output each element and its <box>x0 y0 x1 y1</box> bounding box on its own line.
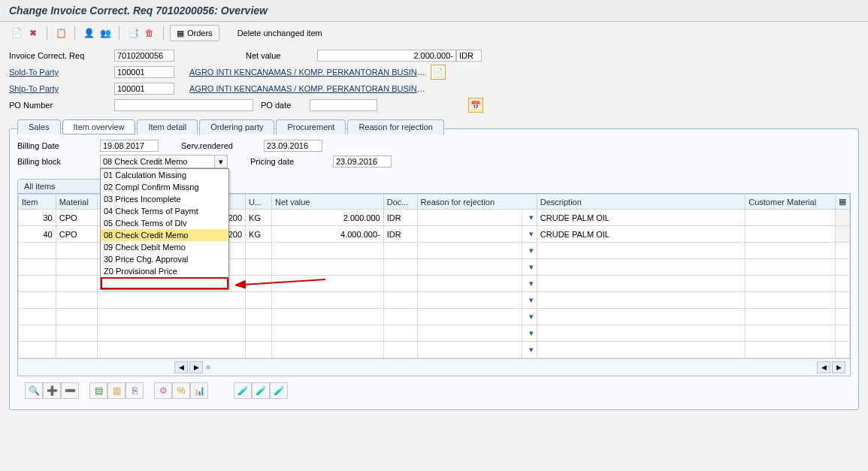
po-number-field[interactable] <box>114 99 253 111</box>
header-form: Invoice Correct. Req Net value IDR Sold-… <box>0 44 868 115</box>
tab-sales[interactable]: Sales <box>17 119 61 134</box>
ship-to-label: Ship-To Party <box>9 84 114 93</box>
delete-icon[interactable]: 🗑 <box>142 26 157 41</box>
tab-item-overview[interactable]: Item overview <box>62 119 136 134</box>
tabstrip: Sales Item overview Item detail Ordering… <box>17 119 866 134</box>
col-reason[interactable]: Reason for rejection <box>417 195 537 210</box>
document-icon[interactable]: 📋 <box>53 26 68 41</box>
po-date-field[interactable] <box>310 99 377 111</box>
orders-label: Orders <box>187 29 213 38</box>
col-description[interactable]: Description <box>537 195 745 210</box>
reason-dropdown-icon[interactable]: ▾ <box>522 292 537 309</box>
insert-row-icon[interactable]: ➕ <box>43 382 61 399</box>
chevron-down-icon: ▾ <box>214 155 227 168</box>
sold-to-label: Sold-To Party <box>9 68 114 77</box>
col-cust-material[interactable]: Customer Material <box>746 195 836 210</box>
serv-rendered-field[interactable] <box>264 140 322 152</box>
billing-block-option[interactable]: 01 Calculation Missing <box>101 169 228 181</box>
billing-block-dropdown-list: 01 Calculation Missing02 Compl Confirm M… <box>100 168 229 290</box>
billing-block-option[interactable]: 03 Prices Incomplete <box>101 193 228 205</box>
billing-block-dropdown[interactable]: 08 Check Credit Memo ▾ <box>100 155 228 168</box>
table-row[interactable]: ▾ <box>19 292 850 309</box>
reason-dropdown-icon[interactable]: ▾ <box>522 243 537 259</box>
variant2-icon[interactable]: 🧪 <box>252 382 270 399</box>
sold-to-field[interactable] <box>114 66 174 78</box>
billing-block-option[interactable]: Z0 Provisional Price <box>101 265 228 277</box>
serv-rendered-label: Serv.rendered <box>181 141 264 150</box>
grid-horizontal-scroll: ◀ ▶ ◀ ▶ <box>18 358 850 376</box>
ship-to-field[interactable] <box>114 83 174 95</box>
doc-type-label: Invoice Correct. Req <box>9 51 114 60</box>
tab-body-item-overview: Billing Date Serv.rendered Billing block… <box>10 140 858 403</box>
delete-unchanged-button[interactable]: Delete unchanged item <box>233 27 327 39</box>
col-doc-curr[interactable]: Doc... <box>383 195 417 210</box>
net-value-label: Net value <box>246 51 295 60</box>
billing-date-field[interactable] <box>100 140 159 152</box>
reason-dropdown-icon[interactable]: ▾ <box>522 342 537 358</box>
sold-to-description[interactable]: AGRO INTI KENCANAMAS / KOMP. PERKANTORAN… <box>189 68 426 77</box>
po-number-label: PO Number <box>9 101 114 110</box>
check-icon[interactable]: ✖ <box>26 26 41 41</box>
scroll-left2-icon[interactable]: ◀ <box>817 361 830 373</box>
billing-block-option[interactable]: 05 Check Terms of Dlv <box>101 217 228 229</box>
display-document-icon[interactable]: 📄 <box>9 26 24 41</box>
reason-dropdown-icon[interactable]: ▾ <box>522 325 537 342</box>
document-detail-icon[interactable]: 📄 <box>431 65 446 80</box>
orders-button[interactable]: ▦ Orders <box>170 25 219 41</box>
scroll-left-icon[interactable]: ◀ <box>174 361 188 373</box>
deselect-all-icon[interactable]: ▥ <box>107 382 126 399</box>
delete-row-icon[interactable]: ➖ <box>61 382 79 399</box>
table-row[interactable]: ▾ <box>19 342 850 358</box>
variant3-icon[interactable]: 🧪 <box>270 382 288 399</box>
grid-toolbar: 🔍 ➕ ➖ ▤ ▥ ⎘ ⚙ % 📊 🧪 🧪 🧪 <box>17 376 851 403</box>
billing-block-label: Billing block <box>17 157 100 166</box>
col-material[interactable]: Material <box>56 195 97 210</box>
po-detail-icon[interactable]: 📅 <box>468 98 483 113</box>
billing-block-option[interactable]: 09 Check Debit Memo <box>101 241 228 253</box>
billing-block-option[interactable]: 08 Check Credit Memo <box>101 229 228 241</box>
conditions-icon[interactable]: % <box>172 382 190 399</box>
pricing-date-label: Pricing date <box>250 157 333 166</box>
billing-block-option[interactable]: 30 Price Chg. Approval <box>101 253 228 265</box>
reason-dropdown-icon[interactable]: ▾ <box>522 226 537 243</box>
tabstrip-container: Sales Item overview Item detail Ordering… <box>9 128 859 410</box>
detail-icon[interactable]: 🔍 <box>25 382 43 399</box>
doc-number-field[interactable] <box>114 50 174 62</box>
reason-dropdown-icon[interactable]: ▾ <box>522 210 537 226</box>
billing-block-option-blank[interactable] <box>101 277 228 289</box>
tab-ordering-party[interactable]: Ordering party <box>199 119 274 134</box>
tab-item-detail[interactable]: Item detail <box>137 119 198 134</box>
table-row[interactable]: ▾ <box>19 309 850 325</box>
reason-dropdown-icon[interactable]: ▾ <box>522 309 537 325</box>
reason-dropdown-icon[interactable]: ▾ <box>522 259 537 276</box>
select-all-icon[interactable]: ▤ <box>89 382 107 399</box>
ship-to-description[interactable]: AGRO INTI KENCANAMAS / KOMP. PERKANTORAN… <box>189 84 426 93</box>
billing-date-label: Billing Date <box>17 141 100 150</box>
col-config-icon[interactable]: ▦ <box>835 195 849 210</box>
variant1-icon[interactable]: 🧪 <box>234 382 252 399</box>
copy-icon[interactable]: 📑 <box>126 26 141 41</box>
tab-reason-for-rejection[interactable]: Reason for rejection <box>347 119 443 134</box>
billing-block-option[interactable]: 04 Check Terms of Paymt <box>101 205 228 217</box>
reason-dropdown-icon[interactable]: ▾ <box>522 276 537 292</box>
partner-icon[interactable]: 👥 <box>98 26 113 41</box>
tab-procurement[interactable]: Procurement <box>276 119 346 134</box>
col-item[interactable]: Item <box>19 195 56 210</box>
billing-block-option[interactable]: 02 Compl Confirm Missng <box>101 181 228 193</box>
col-net-value[interactable]: Net value <box>271 195 383 210</box>
col-uom[interactable]: U... <box>246 195 272 210</box>
application-toolbar: 📄 ✖ 📋 👤 👥 📑 🗑 ▦ Orders Delete unchanged … <box>0 22 868 44</box>
net-value-field <box>317 50 456 62</box>
scroll-right-icon[interactable]: ▶ <box>189 361 203 373</box>
copy-rows-icon[interactable]: ⎘ <box>126 382 144 399</box>
header-person-icon[interactable]: 👤 <box>81 26 96 41</box>
net-value-currency: IDR <box>456 50 482 62</box>
table-row[interactable]: ▾ <box>19 325 850 342</box>
scroll-right2-icon[interactable]: ▶ <box>832 361 845 373</box>
pricing-date-field[interactable] <box>333 155 392 168</box>
configure-icon[interactable]: ⚙ <box>154 382 172 399</box>
schedule-icon[interactable]: 📊 <box>190 382 208 399</box>
page-title: Change Invoice Correct. Req 7010200056: … <box>0 0 868 22</box>
po-date-label: PO date <box>261 101 310 110</box>
grid-icon: ▦ <box>177 29 184 38</box>
